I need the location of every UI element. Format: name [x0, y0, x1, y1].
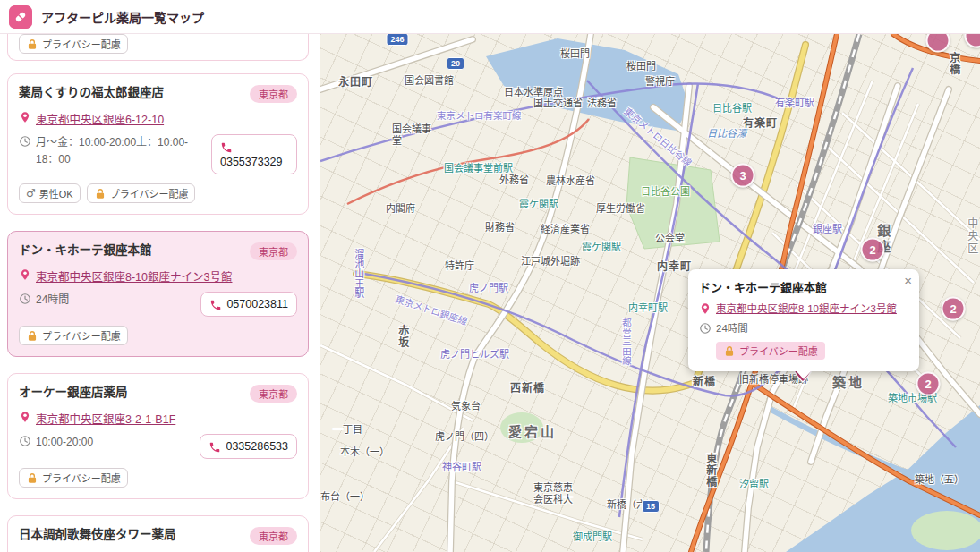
pharmacy-address-link[interactable]: 東京都中央区銀座6-12-10	[36, 110, 164, 127]
popup-privacy-tag: プライバシー配慮	[716, 342, 825, 360]
tag-label: プライバシー配慮	[42, 471, 121, 485]
prefecture-badge: 東京都	[250, 527, 297, 545]
app-title: アフターピル薬局一覧マップ	[41, 8, 204, 26]
lock-icon	[26, 330, 38, 343]
cluster-marker[interactable]: 2	[942, 297, 966, 321]
tag-label: プライバシー配慮	[42, 328, 121, 343]
cluster-marker[interactable]	[965, 34, 980, 48]
cluster-marker[interactable]: 2	[916, 372, 941, 396]
pharmacy-card[interactable]: 日本調剤歌舞伎座タワー薬局東京都東京都中央区銀座4-12-15歌舞伎座タワー16…	[7, 515, 309, 552]
popup-privacy-label: プライバシー配慮	[739, 344, 818, 358]
pharmacy-name: 薬局くすりの福太郎銀座店	[19, 85, 164, 101]
lock-icon	[26, 38, 38, 51]
tag-label: プライバシー配慮	[42, 37, 121, 51]
phone-icon	[209, 441, 221, 454]
pharmacy-card[interactable]: ドン・キホーテ銀座本館東京都東京都中央区銀座8-10銀座ナイン3号館24時間05…	[7, 231, 309, 357]
pharmacy-address-link[interactable]: 東京都中央区銀座3-2-1-B1F	[36, 410, 175, 427]
phone-button[interactable]: 0570023811	[200, 292, 297, 317]
app-logo-icon	[9, 5, 32, 29]
lock-icon	[94, 188, 107, 200]
pharmacy-name: オーケー銀座店薬局	[19, 385, 128, 401]
header: アフターピル薬局一覧マップ	[0, 0, 980, 34]
clock-icon	[19, 293, 31, 305]
pharmacy-card-partial[interactable]: プライバシー配慮	[7, 34, 309, 61]
popup-address-link[interactable]: 東京都中央区銀座8-10銀座ナイン3号館	[716, 301, 897, 315]
cluster-marker[interactable]	[926, 34, 950, 53]
pin-icon	[19, 268, 31, 281]
pharmacy-hours: 月〜金：10:00‐20:00土：10:00‐18：00	[36, 134, 204, 174]
pharmacy-address-link[interactable]: 東京都中央区銀座8-10銀座ナイン3号館	[36, 268, 232, 284]
phone-button[interactable]: 0355373329	[211, 134, 297, 174]
popup-close-button[interactable]: ×	[904, 274, 912, 287]
cluster-marker[interactable]: 3	[731, 164, 755, 188]
prefecture-badge: 東京都	[250, 85, 297, 103]
prefecture-badge: 東京都	[250, 242, 297, 260]
lock-icon	[26, 472, 38, 485]
pharmacy-name: ドン・キホーテ銀座本館	[19, 242, 152, 259]
clock-icon	[19, 135, 31, 148]
tag-label: 男性OK	[39, 186, 73, 200]
cluster-marker[interactable]: 2	[861, 238, 885, 262]
popup-title: ドン・キホーテ銀座本館	[699, 278, 896, 295]
popup-hours: 24時間	[716, 320, 748, 335]
phone-number: 0355373329	[220, 156, 283, 168]
phone-number: 0570023811	[226, 298, 288, 310]
pharmacy-card[interactable]: 薬局くすりの福太郎銀座店東京都東京都中央区銀座6-12-10月〜金：10:00‐…	[7, 73, 309, 215]
tag-lock: プライバシー配慮	[19, 468, 128, 488]
tag-lock: プライバシー配慮	[87, 183, 196, 203]
phone-icon	[209, 299, 222, 311]
map-popup: × ドン・キホーテ銀座本館 東京都中央区銀座8-10銀座ナイン3号館 24時間 …	[688, 269, 919, 371]
popup-pointer	[796, 370, 812, 379]
pharmacy-hours: 24時間	[36, 292, 69, 317]
pharmacy-card[interactable]: オーケー銀座店薬局東京都東京都中央区銀座3-2-1-B1F10:00-20:00…	[7, 373, 309, 499]
phone-button[interactable]: 0335286533	[200, 434, 297, 459]
pin-icon	[699, 302, 712, 315]
clock-icon	[19, 435, 31, 447]
road-shield: 246	[386, 34, 408, 46]
prefecture-badge: 東京都	[250, 385, 297, 403]
tag-lock: プライバシー配慮	[19, 326, 128, 345]
road-shield: 20	[447, 57, 464, 70]
pharmacy-hours: 10:00-20:00	[36, 434, 93, 459]
tag-male: ♂男性OK	[19, 183, 81, 203]
pharmacy-name: 日本調剤歌舞伎座タワー薬局	[19, 527, 176, 543]
clock-icon	[699, 322, 712, 335]
phone-number: 0335286533	[226, 440, 288, 453]
tag-privacy: プライバシー配慮	[19, 34, 128, 54]
tag-label: プライバシー配慮	[110, 186, 189, 200]
pin-icon	[19, 411, 31, 423]
male-icon: ♂	[26, 188, 36, 200]
pin-icon	[19, 111, 31, 123]
lock-icon	[723, 345, 736, 358]
phone-icon	[220, 141, 233, 154]
map[interactable]: 国会図書館永田町桜田門桜田門警視庁日本水準原点東京メトロ有楽町線国土交通省法務省…	[320, 34, 980, 552]
pharmacy-list: 薬局くすりの福太郎銀座店東京都東京都中央区銀座6-12-10月〜金：10:00‐…	[7, 73, 309, 552]
road-shield: 15	[642, 500, 660, 513]
pharmacy-sidebar[interactable]: プライバシー配慮 薬局くすりの福太郎銀座店東京都東京都中央区銀座6-12-10月…	[0, 34, 320, 552]
